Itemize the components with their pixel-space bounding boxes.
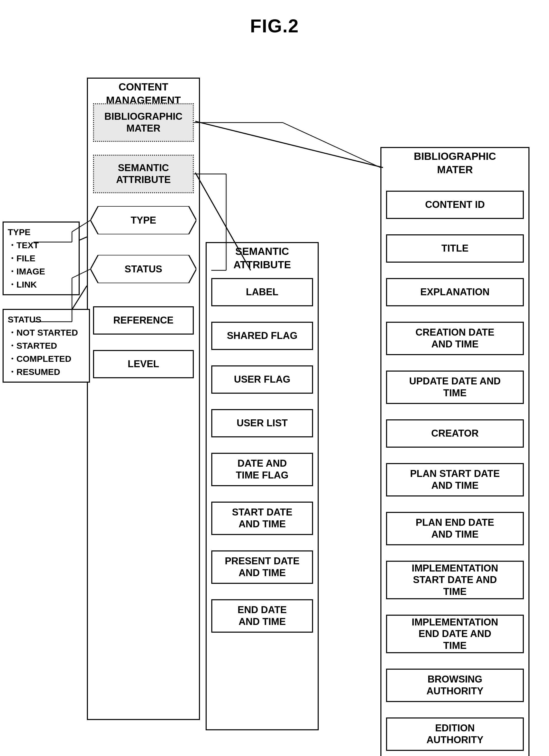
col1-reference: REFERENCE [93, 306, 194, 335]
col3-header: BIBLIOGRAPHICMATER [380, 150, 529, 176]
col1-semantic-attr: SEMANTICATTRIBUTE [93, 155, 194, 193]
col2-outer-box [206, 242, 319, 730]
col1-status: STATUS [90, 255, 196, 283]
col2-end-date: END DATEAND TIME [211, 599, 313, 633]
col2-label: LABEL [211, 278, 313, 306]
type-info-box: TYPE・TEXT・FILE・IMAGE・LINK [3, 222, 80, 295]
col3-edition: EDITIONAUTHORITY [386, 717, 524, 751]
col3-title: TITLE [386, 234, 524, 263]
figure-title: FIG.2 [0, 0, 549, 47]
col1-level: LEVEL [93, 350, 194, 378]
diagram: CONTENTMANAGEMENTTABLE BIBLIOGRAPHICMATE… [0, 47, 549, 756]
col2-shared-flag: SHARED FLAG [211, 322, 313, 350]
col2-header: SEMANTICATTRIBUTE [206, 245, 319, 271]
col3-plan-start: PLAN START DATEAND TIME [386, 463, 524, 496]
col2-user-flag: USER FLAG [211, 365, 313, 394]
col3-impl-start: IMPLEMENTATIONSTART DATE ANDTIME [386, 561, 524, 599]
col2-present-date: PRESENT DATEAND TIME [211, 550, 313, 584]
svg-line-9 [283, 123, 380, 168]
col2-start-date: START DATEAND TIME [211, 502, 313, 535]
status-info-text: STATUS・NOT STARTED・STARTED・COMPLETED・RES… [8, 313, 85, 379]
col3-creator: CREATOR [386, 419, 524, 448]
col3-content-id: CONTENT ID [386, 191, 524, 219]
col3-explanation: EXPLANATION [386, 278, 524, 306]
col1-bib-mater: BIBLIOGRAPHICMATER [93, 103, 194, 142]
col3-impl-end: IMPLEMENTATIONEND DATE ANDTIME [386, 615, 524, 653]
col3-plan-end: PLAN END DATEAND TIME [386, 512, 524, 545]
type-info-text: TYPE・TEXT・FILE・IMAGE・LINK [8, 226, 75, 291]
col3-update-date: UPDATE DATE ANDTIME [386, 371, 524, 404]
col1-type: TYPE [90, 206, 196, 234]
svg-line-0 [195, 121, 383, 168]
col3-browsing: BROWSINGAUTHORITY [386, 669, 524, 702]
status-info-box: STATUS・NOT STARTED・STARTED・COMPLETED・RES… [3, 309, 90, 383]
col2-date-time-flag: DATE ANDTIME FLAG [211, 453, 313, 486]
col3-creation-date: CREATION DATEAND TIME [386, 322, 524, 355]
col2-user-list: USER LIST [211, 409, 313, 437]
